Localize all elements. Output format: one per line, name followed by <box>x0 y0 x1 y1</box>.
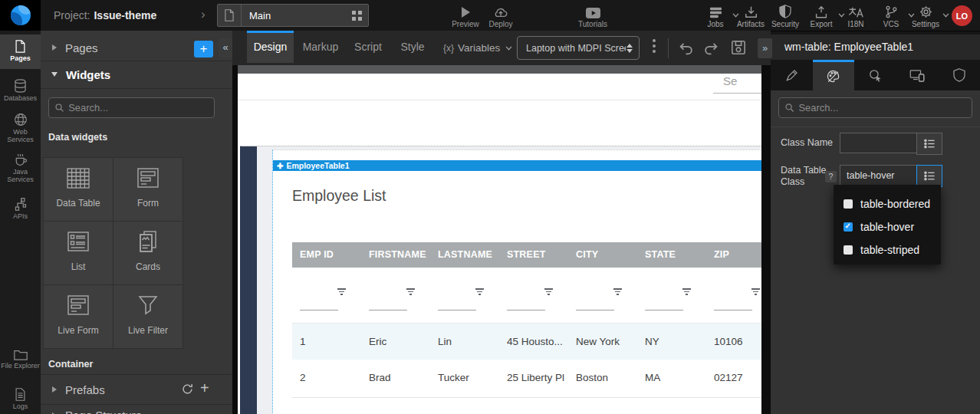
filter-input[interactable] <box>645 310 683 310</box>
filter-cell[interactable] <box>706 268 761 323</box>
column-header[interactable]: FIRSTNAME <box>361 242 430 268</box>
checkbox-icon[interactable] <box>844 199 853 209</box>
table-cell[interactable]: Boston <box>568 360 637 397</box>
table-cell[interactable]: MA <box>637 360 706 397</box>
data-table-class-list-button[interactable] <box>916 165 942 187</box>
tab-style[interactable]: Style <box>396 31 429 63</box>
tab-properties[interactable] <box>771 60 813 90</box>
table-row[interactable]: 1 Eric Lin 45 Housto... New York NY 1010… <box>292 323 761 360</box>
filter-icon[interactable] <box>613 288 622 297</box>
filter-icon[interactable] <box>544 288 553 297</box>
data-table-class-input[interactable] <box>840 165 926 186</box>
variables-button[interactable]: {x} Variables <box>443 31 512 65</box>
tutorials-button[interactable]: Tutorials <box>568 3 617 28</box>
tab-events[interactable] <box>854 60 896 90</box>
table-cell[interactable]: Brad <box>361 360 430 397</box>
filter-cell[interactable] <box>430 268 499 323</box>
jobs-button[interactable]: Jobs <box>697 4 734 28</box>
tab-design[interactable]: Design <box>247 31 294 63</box>
table-cell[interactable]: 45 Housto... <box>499 324 568 360</box>
widgets-section-header[interactable]: Widgets <box>41 61 232 89</box>
tab-devices[interactable] <box>896 60 939 90</box>
tab-style[interactable] <box>813 60 855 90</box>
column-header[interactable]: LASTNAME <box>430 242 499 268</box>
page-structure-section-header[interactable]: Page Structure <box>41 404 232 414</box>
sidebar-item-web-services[interactable]: Web Services <box>0 113 41 143</box>
class-name-input[interactable] <box>840 133 926 153</box>
property-search[interactable] <box>778 97 972 118</box>
widget-card-form[interactable]: Form <box>113 157 183 222</box>
table-cell[interactable]: 10106 <box>706 324 761 360</box>
widget-card-live-filter[interactable]: Live Filter <box>113 284 183 349</box>
artifacts-button[interactable]: Artifacts <box>732 4 769 28</box>
pages-section-header[interactable]: Pages + <box>41 34 232 61</box>
settings-button[interactable]: Settings <box>907 4 944 28</box>
filter-cell[interactable] <box>361 268 430 323</box>
checkbox-icon[interactable] <box>844 222 853 232</box>
design-canvas[interactable]: Se ✚ EmployeeTable1 Employee List EMP ID… <box>238 65 761 414</box>
tab-security[interactable] <box>938 60 980 90</box>
sidebar-item-pages[interactable]: Pages <box>0 34 41 69</box>
page-left-nav[interactable] <box>240 146 257 414</box>
filter-input[interactable] <box>576 310 614 310</box>
widget-card-cards[interactable]: Cards <box>113 221 183 285</box>
add-page-button[interactable]: + <box>194 41 213 58</box>
dropdown-item-2[interactable]: table-striped <box>834 238 941 261</box>
widget-card-data-table[interactable]: Data Table <box>43 157 113 222</box>
filter-icon[interactable] <box>406 288 415 297</box>
filter-cell[interactable] <box>292 268 361 323</box>
filter-input[interactable] <box>714 310 752 310</box>
table-cell[interactable]: 2 <box>292 360 361 397</box>
filter-icon[interactable] <box>751 288 760 297</box>
add-prefab-icon[interactable]: + <box>200 380 209 397</box>
widget-search[interactable] <box>48 97 215 118</box>
dropdown-item-1[interactable]: table-hover <box>834 215 941 238</box>
device-selector[interactable]: Laptop with MDPI Screen <box>517 36 640 60</box>
page-tab-main[interactable]: Main <box>217 4 369 27</box>
sidebar-item-apis[interactable]: APIs <box>0 197 41 220</box>
expand-panel-button[interactable]: » <box>758 38 772 58</box>
widget-card-live-form[interactable]: Live Form <box>43 284 113 349</box>
filter-icon[interactable] <box>682 288 691 297</box>
table-cell[interactable]: Lin <box>430 324 499 360</box>
sidebar-item-java-services[interactable]: Java Services <box>0 153 41 183</box>
table-cell[interactable]: Eric <box>361 324 430 360</box>
filter-icon[interactable] <box>337 288 346 297</box>
collapse-panel-button[interactable]: « <box>219 38 232 58</box>
table-cell[interactable]: New York <box>568 324 637 360</box>
filter-icon[interactable] <box>475 288 484 297</box>
filter-input[interactable] <box>438 310 476 310</box>
save-button[interactable] <box>731 40 746 55</box>
undo-button[interactable] <box>678 41 694 55</box>
column-header[interactable]: ZIP <box>706 242 761 268</box>
i18n-button[interactable]: I18N <box>837 4 874 28</box>
redo-button[interactable] <box>703 41 719 55</box>
refresh-icon[interactable] <box>182 383 193 395</box>
tab-script[interactable]: Script <box>350 31 386 63</box>
column-header[interactable]: EMP ID <box>292 242 361 268</box>
property-search-input[interactable] <box>794 102 972 113</box>
table-cell[interactable]: 25 Liberty Pl <box>499 360 568 397</box>
sidebar-item-logs[interactable]: Logs <box>0 388 41 410</box>
filter-input[interactable] <box>507 310 545 310</box>
widget-search-input[interactable] <box>64 102 214 113</box>
more-options-button[interactable] <box>653 39 657 55</box>
dropdown-item-0[interactable]: table-bordered <box>834 192 941 215</box>
user-avatar[interactable]: LO <box>952 5 972 26</box>
table-cell[interactable]: Tucker <box>430 360 499 397</box>
help-badge[interactable]: ? <box>825 171 837 182</box>
deploy-button[interactable]: Deploy <box>476 3 525 28</box>
wavemaker-logo[interactable] <box>0 0 41 31</box>
sidebar-item-databases[interactable]: Databases <box>0 79 41 102</box>
export-button[interactable]: Export <box>803 4 840 28</box>
table-widget-card[interactable]: ✚ EmployeeTable1 Employee List EMP ID FI… <box>272 150 761 414</box>
checkbox-icon[interactable] <box>844 245 853 255</box>
widget-selection-bar[interactable]: ✚ EmployeeTable1 <box>273 160 761 171</box>
filter-cell[interactable] <box>637 268 706 323</box>
sidebar-item-file-explorer[interactable]: File Explorer <box>0 349 41 370</box>
column-header[interactable]: CITY <box>568 242 637 268</box>
security-button[interactable]: Security <box>767 4 804 28</box>
filter-input[interactable] <box>369 310 407 310</box>
prefabs-section-header[interactable]: Prefabs + <box>41 374 232 405</box>
column-header[interactable]: STREET <box>499 242 568 268</box>
